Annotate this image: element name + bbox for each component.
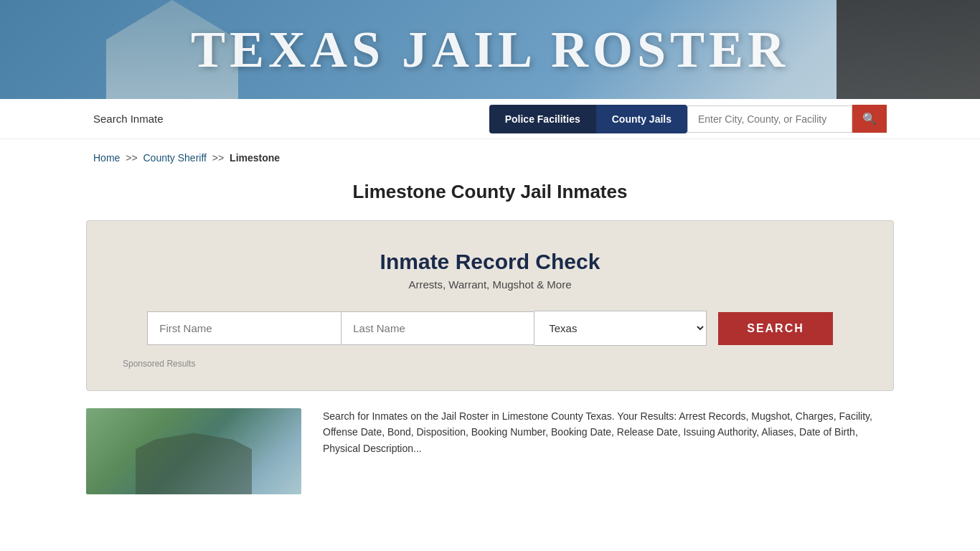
navbar-search-label: Search Inmate <box>93 113 489 125</box>
header-banner: Texas Jail Roster <box>0 0 980 99</box>
first-name-input[interactable] <box>147 311 341 345</box>
building-silhouette <box>129 430 258 494</box>
bottom-content: Search for Inmates on the Jail Roster in… <box>0 408 980 494</box>
inmate-search-button[interactable]: SEARCH <box>718 312 833 345</box>
bottom-image <box>86 408 301 494</box>
breadcrumb-home[interactable]: Home <box>93 152 120 164</box>
page-title: Limestone County Jail Inmates <box>0 181 980 203</box>
breadcrumb-sep2: >> <box>212 152 224 164</box>
breadcrumb-sep1: >> <box>126 152 137 164</box>
site-title: Texas Jail Roster <box>191 20 789 80</box>
search-box-title: Inmate Record Check <box>123 250 857 274</box>
sponsored-label: Sponsored Results <box>123 359 857 369</box>
breadcrumb-county-sheriff[interactable]: County Sheriff <box>143 152 207 164</box>
search-fields: AlabamaAlaskaArizonaArkansasCaliforniaCo… <box>123 311 857 346</box>
police-facilities-button[interactable]: Police Facilities <box>489 105 596 133</box>
navbar: Search Inmate Police Facilities County J… <box>0 99 980 139</box>
county-jails-button[interactable]: County Jails <box>596 105 687 133</box>
last-name-input[interactable] <box>341 311 534 345</box>
breadcrumb: Home >> County Sheriff >> Limestone <box>0 139 980 171</box>
bottom-description: Search for Inmates on the Jail Roster in… <box>323 408 894 456</box>
keys-decoration <box>837 0 980 99</box>
facility-search-input[interactable] <box>687 105 852 133</box>
state-select[interactable]: AlabamaAlaskaArizonaArkansasCaliforniaCo… <box>534 311 707 346</box>
search-box-subtitle: Arrests, Warrant, Mugshot & More <box>123 278 857 291</box>
breadcrumb-current: Limestone <box>230 152 280 164</box>
navbar-buttons: Police Facilities County Jails 🔍 <box>489 105 887 133</box>
facility-search-button[interactable]: 🔍 <box>852 105 887 133</box>
inmate-search-container: Inmate Record Check Arrests, Warrant, Mu… <box>86 220 894 391</box>
